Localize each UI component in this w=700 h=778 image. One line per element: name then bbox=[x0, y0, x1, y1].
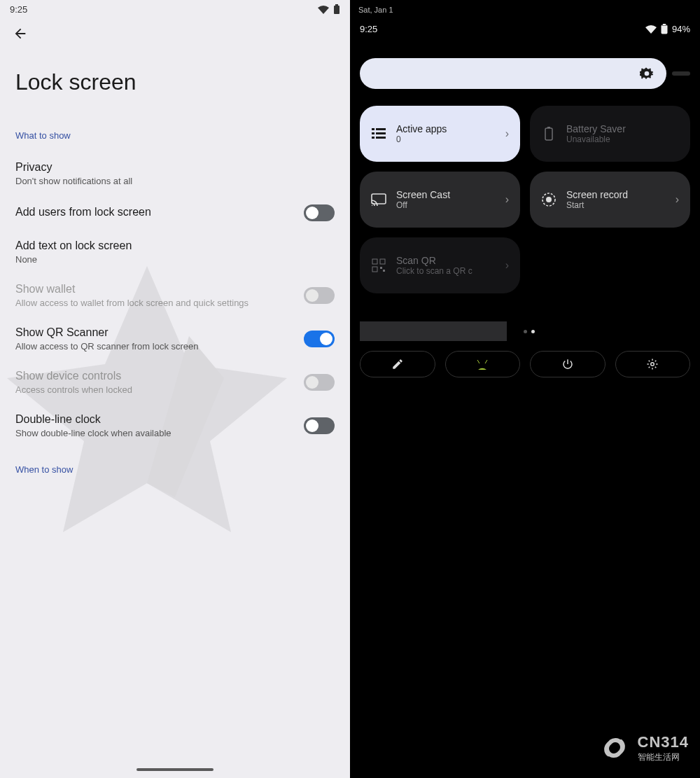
svg-rect-6 bbox=[372, 132, 374, 134]
brightness-track-end bbox=[672, 71, 690, 76]
chevron-right-icon: › bbox=[505, 127, 509, 140]
status-icons bbox=[318, 4, 340, 15]
quick-settings-panel: Sat, Jan 1 9:25 94% Active apps 0 bbox=[350, 0, 700, 778]
status-date: Sat, Jan 1 bbox=[350, 0, 700, 20]
logo-brand: CN314 bbox=[638, 733, 689, 751]
svg-rect-7 bbox=[372, 137, 374, 139]
status-bar: 9:25 bbox=[0, 0, 350, 19]
section-what-to-show: What to show bbox=[0, 130, 350, 152]
tile-title: Scan QR bbox=[396, 255, 505, 266]
qr-icon bbox=[371, 258, 386, 272]
setting-title: Add users from lock screen bbox=[15, 206, 290, 218]
svg-rect-18 bbox=[372, 267, 377, 272]
gear-icon bbox=[646, 358, 659, 370]
svg-rect-4 bbox=[663, 24, 666, 25]
logo-tagline: 智能生活网 bbox=[638, 751, 689, 763]
setting-add-users[interactable]: Add users from lock screen bbox=[0, 195, 350, 230]
battery-icon bbox=[541, 127, 556, 141]
toggle-add-users[interactable] bbox=[304, 204, 335, 221]
gear-icon bbox=[640, 67, 654, 81]
battery-icon bbox=[333, 4, 340, 15]
edit-button[interactable] bbox=[360, 351, 435, 377]
cast-icon bbox=[371, 193, 386, 206]
chevron-right-icon: › bbox=[505, 193, 509, 206]
status-time: 9:25 bbox=[10, 4, 27, 15]
redacted-region bbox=[360, 321, 507, 341]
setting-sub: Allow access to wallet from lock screen … bbox=[15, 298, 290, 308]
tile-title: Battery Saver bbox=[566, 123, 679, 134]
svg-rect-5 bbox=[372, 128, 374, 130]
user-button[interactable] bbox=[445, 351, 521, 377]
qs-tile-grid: Active apps 0 › Battery Saver Unavailabl… bbox=[360, 106, 690, 293]
nav-handle[interactable] bbox=[136, 768, 214, 771]
setting-sub: Allow access to QR scanner from lock scr… bbox=[15, 341, 290, 352]
svg-rect-13 bbox=[372, 194, 386, 204]
qs-pager bbox=[360, 321, 690, 341]
setting-show-wallet[interactable]: Show wallet Allow access to wallet from … bbox=[0, 274, 350, 317]
brightness-slider[interactable] bbox=[360, 58, 690, 89]
tile-sub: Click to scan a QR c bbox=[396, 266, 505, 276]
power-button[interactable] bbox=[530, 351, 606, 377]
page-dot[interactable] bbox=[524, 330, 527, 333]
wifi-icon bbox=[645, 25, 657, 34]
chevron-right-icon: › bbox=[676, 193, 679, 206]
watermark-logo: CN314 智能生活网 bbox=[598, 732, 689, 764]
svg-line-23 bbox=[477, 360, 479, 363]
svg-point-21 bbox=[479, 365, 481, 367]
list-icon bbox=[371, 127, 386, 140]
tile-title: Screen record bbox=[566, 189, 676, 200]
toggle-show-qr[interactable] bbox=[304, 331, 335, 347]
tile-sub: Off bbox=[396, 200, 505, 210]
setting-sub: Don't show notifications at all bbox=[15, 176, 335, 186]
svg-rect-9 bbox=[376, 132, 386, 134]
tile-screen-record[interactable]: Screen record Start › bbox=[530, 172, 690, 228]
back-arrow-icon bbox=[13, 26, 337, 41]
android-icon bbox=[474, 359, 491, 370]
svg-rect-16 bbox=[372, 259, 377, 264]
tile-sub: Start bbox=[566, 200, 676, 210]
tile-scan-qr[interactable]: Scan QR Click to scan a QR c › bbox=[360, 237, 520, 293]
record-icon bbox=[541, 192, 556, 207]
power-icon bbox=[561, 358, 574, 370]
pencil-icon bbox=[391, 358, 404, 370]
svg-rect-19 bbox=[380, 267, 382, 269]
svg-rect-8 bbox=[376, 128, 386, 130]
toggle-double-line-clock[interactable] bbox=[304, 417, 335, 434]
svg-rect-3 bbox=[662, 26, 667, 34]
tile-screen-cast[interactable]: Screen Cast Off › bbox=[360, 172, 520, 228]
setting-sub: Show double-line clock when available bbox=[15, 428, 290, 438]
setting-privacy[interactable]: Privacy Don't show notifications at all bbox=[0, 152, 350, 195]
svg-rect-1 bbox=[335, 4, 338, 6]
setting-device-controls[interactable]: Show device controls Access controls whe… bbox=[0, 361, 350, 404]
qs-action-row bbox=[360, 351, 690, 377]
chevron-right-icon: › bbox=[505, 259, 509, 272]
page-dot-active[interactable] bbox=[531, 330, 535, 333]
setting-sub: None bbox=[15, 254, 335, 265]
toggle-device-controls[interactable] bbox=[304, 374, 335, 391]
setting-double-line-clock[interactable]: Double-line clock Show double-line clock… bbox=[0, 404, 350, 447]
tile-title: Active apps bbox=[396, 123, 505, 134]
setting-title: Show device controls bbox=[15, 370, 290, 382]
tile-active-apps[interactable]: Active apps 0 › bbox=[360, 106, 520, 162]
svg-point-15 bbox=[546, 197, 552, 202]
tile-sub: 0 bbox=[396, 134, 505, 144]
setting-add-text[interactable]: Add text on lock screen None bbox=[0, 230, 350, 274]
battery-icon bbox=[661, 24, 668, 34]
settings-button[interactable] bbox=[615, 351, 691, 377]
status-bar: 9:25 94% bbox=[350, 20, 700, 39]
svg-rect-0 bbox=[334, 6, 340, 14]
setting-sub: Access controls when locked bbox=[15, 384, 290, 395]
tile-battery-saver[interactable]: Battery Saver Unavailable bbox=[530, 106, 690, 162]
svg-rect-17 bbox=[380, 259, 385, 264]
setting-show-qr[interactable]: Show QR Scanner Allow access to QR scann… bbox=[0, 317, 350, 361]
section-when-to-show: When to show bbox=[0, 447, 350, 486]
svg-rect-20 bbox=[383, 270, 385, 272]
svg-rect-10 bbox=[376, 137, 386, 139]
battery-percent: 94% bbox=[672, 24, 690, 34]
status-icons: 94% bbox=[645, 24, 690, 34]
toggle-show-wallet[interactable] bbox=[304, 287, 335, 304]
back-button[interactable] bbox=[0, 19, 350, 48]
setting-title: Privacy bbox=[15, 161, 335, 174]
svg-point-25 bbox=[651, 363, 654, 366]
svg-rect-12 bbox=[547, 127, 550, 128]
